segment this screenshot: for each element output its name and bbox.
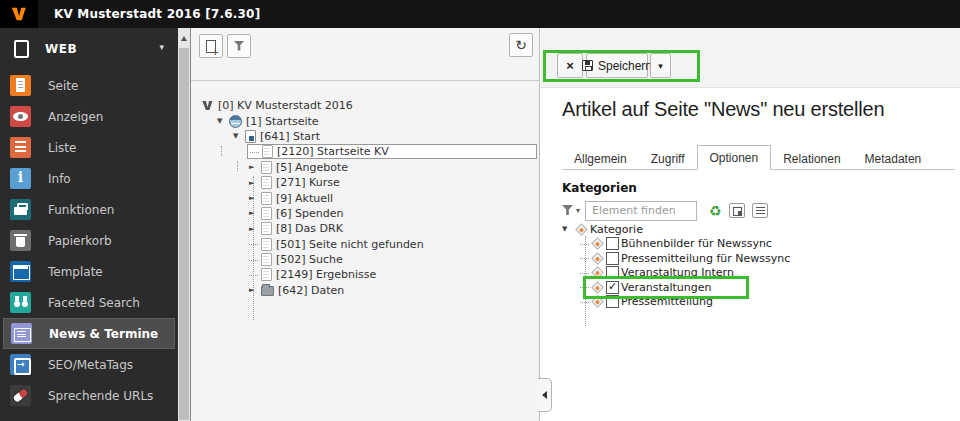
tree-node-label: [8] Das DRK — [276, 222, 343, 235]
category-label: Veranstaltung Intern — [621, 266, 734, 279]
collapse-all-button[interactable] — [752, 203, 768, 218]
tree-node-aktuell[interactable]: ► [9] Aktuell — [191, 190, 537, 205]
typo3-logo[interactable] — [0, 0, 38, 28]
tab-allgemein[interactable]: Allgemein — [562, 147, 639, 170]
expand-caret-icon[interactable]: ► — [249, 163, 261, 171]
page-icon — [261, 161, 272, 174]
tab-zugriff[interactable]: Zugriff — [639, 147, 697, 170]
filter-button[interactable] — [227, 34, 251, 58]
funnel-icon — [234, 41, 245, 52]
category-item: Veranstaltung Intern — [562, 266, 790, 281]
sidebar-item-seo-metatags[interactable]: SEO/MetaTags — [0, 349, 178, 380]
expand-all-button[interactable] — [729, 203, 745, 218]
save-button[interactable]: Speichern — [586, 53, 648, 78]
tab-relationen[interactable]: Relationen — [771, 147, 852, 170]
sidebar-item-anzeigen[interactable]: Anzeigen — [0, 101, 178, 132]
tab-metadaten[interactable]: Metadaten — [853, 147, 934, 170]
refresh-tree-button[interactable]: ↻ — [509, 33, 533, 57]
template-icon — [10, 261, 31, 282]
folder-icon — [261, 286, 274, 296]
doc-header: × Speichern ▾ — [541, 28, 960, 88]
sidebar-item-papierkorb[interactable]: Papierkorb — [0, 225, 178, 256]
tree-node-label: [2120] Startseite KV — [277, 145, 389, 158]
list-icon — [10, 137, 31, 158]
sidebar-scrollbar[interactable] — [178, 28, 190, 421]
sidebar-item-sprechende-urls[interactable]: Sprechende URLs — [0, 380, 178, 411]
collapse-caret-icon[interactable]: ▼ — [217, 117, 229, 125]
category-filter-row: ▾ ♻ — [562, 200, 768, 221]
scroll-up-icon[interactable] — [181, 36, 187, 41]
page-icon — [10, 75, 31, 96]
sidebar-item-funktionen[interactable]: Funktionen — [0, 194, 178, 225]
new-page-button[interactable] — [199, 34, 223, 58]
category-root-label: Kategorie — [590, 223, 643, 236]
category-checkbox[interactable] — [606, 266, 619, 279]
tree-node-root[interactable]: [0] KV Musterstadt 2016 — [191, 98, 537, 113]
sidebar-item-label: SEO/MetaTags — [48, 358, 133, 372]
category-checkbox[interactable] — [606, 237, 619, 250]
tree-node-kurse[interactable]: ► [271] Kurse — [191, 175, 537, 190]
category-checkbox[interactable] — [606, 295, 619, 308]
tree-node-das-drk[interactable]: ► [8] Das DRK — [191, 221, 537, 236]
expand-caret-icon[interactable]: ► — [249, 225, 261, 233]
sidebar-item-template[interactable]: Template — [0, 256, 178, 287]
funnel-icon[interactable] — [562, 205, 573, 216]
sidebar-item-label: Faceted Search — [48, 296, 140, 310]
toolbar-divider — [191, 80, 539, 81]
content-panel: × Speichern ▾ Artikel auf Seite "News" n… — [541, 28, 960, 421]
sidebar-item-liste[interactable]: Liste — [0, 132, 178, 163]
page-icon — [261, 192, 272, 205]
sidebar-item-seite[interactable]: Seite — [0, 70, 178, 101]
category-label: Bühnenbilder für Newssync — [621, 237, 772, 250]
section-heading: Kategorien — [562, 181, 637, 195]
tree-node-start[interactable]: ▼ [641] Start — [191, 129, 537, 144]
page-icon — [261, 222, 272, 235]
sidebar-item-news-termine[interactable]: News & Termine — [3, 318, 175, 349]
find-element-input[interactable] — [585, 201, 697, 221]
collapse-caret-icon[interactable]: ▼ — [233, 132, 245, 140]
sidebar-item-info[interactable]: Info — [0, 163, 178, 194]
tree-node-angebote[interactable]: ► [5] Angebote — [191, 160, 537, 175]
tree-node-label: [5] Angebote — [276, 161, 348, 174]
sidebar-item-label: Sprechende URLs — [48, 389, 153, 403]
typo3-icon — [201, 99, 214, 112]
category-item: Pressemitteilung — [562, 295, 790, 310]
module-group-web[interactable]: WEB ▾ — [0, 28, 178, 70]
tree-node-daten[interactable]: ► [642] Daten — [191, 283, 537, 298]
tag-icon — [591, 237, 604, 250]
top-bar: KV Musterstadt 2016 [7.6.30] — [0, 0, 960, 28]
typo3-v-icon — [10, 5, 28, 23]
chevron-down-icon[interactable]: ▾ — [576, 206, 580, 215]
scrollbar-thumb[interactable] — [179, 48, 189, 420]
expand-caret-icon[interactable]: ► — [249, 179, 261, 187]
page-icon — [262, 145, 273, 158]
tree-collapse-handle[interactable] — [538, 378, 552, 412]
category-checkbox[interactable] — [606, 281, 619, 294]
tag-icon — [591, 266, 604, 279]
tree-node-startseite[interactable]: ▼ [1] Startseite — [191, 113, 537, 128]
tab-optionen[interactable]: Optionen — [697, 145, 772, 170]
category-root[interactable]: ▼ Kategorie — [562, 222, 790, 237]
expand-caret-icon[interactable]: ► — [249, 286, 261, 294]
tree-node-suche[interactable]: [502] Suche — [191, 252, 537, 267]
page-icon — [261, 253, 272, 266]
tree-node-spenden[interactable]: ► [6] Spenden — [191, 206, 537, 221]
module-sidebar: WEB ▾ Seite Anzeigen Liste Info Funk — [0, 28, 178, 421]
tree-node-startseite-kv[interactable]: [2120] Startseite KV — [191, 144, 537, 159]
expand-caret-icon[interactable]: ► — [249, 194, 261, 202]
reload-categories-icon[interactable]: ♻ — [709, 204, 722, 218]
close-button[interactable]: × — [557, 53, 583, 78]
close-icon: × — [566, 58, 574, 73]
module-list: Seite Anzeigen Liste Info Funktionen Pap… — [0, 70, 178, 411]
category-checkbox[interactable] — [606, 252, 619, 265]
tag-icon — [575, 223, 588, 236]
sidebar-item-label: Seite — [48, 79, 78, 93]
chevron-down-icon[interactable]: ▾ — [159, 42, 164, 52]
tree-node-seite-nicht-gefunden[interactable]: [501] Seite nicht gefunden — [191, 237, 537, 252]
tree-node-label: [6] Spenden — [276, 207, 344, 220]
tree-node-ergebnisse[interactable]: [2149] Ergebnisse — [191, 267, 537, 282]
sidebar-item-faceted-search[interactable]: Faceted Search — [0, 287, 178, 318]
expand-caret-icon[interactable]: ► — [249, 209, 261, 217]
eye-icon — [10, 106, 31, 127]
save-dropdown-button[interactable]: ▾ — [650, 53, 671, 78]
